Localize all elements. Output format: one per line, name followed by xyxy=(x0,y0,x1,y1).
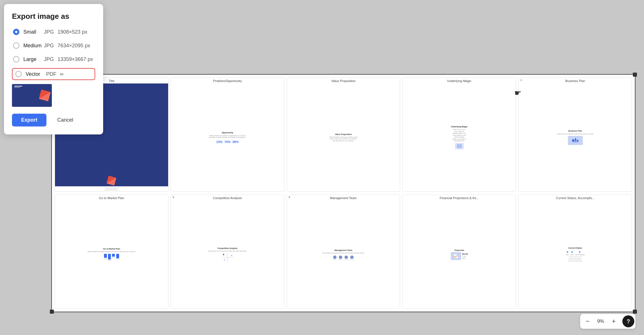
magic-title-text: Underlying Magic xyxy=(451,126,468,128)
option-name-large: Large xyxy=(23,56,44,62)
option-name-small: Small xyxy=(23,29,44,35)
slide-label-business: Business Plan xyxy=(519,78,632,83)
zoom-level-display: 9% xyxy=(594,318,608,324)
option-format-small: JPG xyxy=(44,29,58,35)
corner-bl xyxy=(50,310,54,314)
option-size-large: 13359×3667 px xyxy=(58,56,93,62)
slide-content-status: Current Status ★ Now ★ Next ★ xyxy=(519,201,632,309)
help-button[interactable]: ? xyxy=(622,315,634,327)
export-dialog: Export image as Small JPG 1908×523 px Me… xyxy=(4,4,103,134)
preview-shape xyxy=(39,89,51,101)
slide-number-1: 1 xyxy=(520,79,522,81)
slide-content-competitive: Competitive Analysis Describe how your b… xyxy=(171,201,284,309)
zoom-controls: − 9% + ? xyxy=(580,314,635,329)
slide-business[interactable]: 1 Business Plan Business Plan Explain ho… xyxy=(518,77,632,192)
cursor-icon: ☛ xyxy=(514,88,521,98)
slide-label-financial: Financial Projections & Ke... xyxy=(403,195,516,201)
option-size-vector: ∞ xyxy=(60,71,64,77)
svg-rect-3 xyxy=(577,140,578,142)
slide-label-management: Management Team xyxy=(287,195,400,201)
zoom-out-button[interactable]: − xyxy=(581,315,594,328)
export-option-vector[interactable]: Vector PDF ∞ xyxy=(12,68,95,80)
slide-management[interactable]: 3 Management Team Management Team One se… xyxy=(287,195,400,309)
slide-content-market: Go to Market Plan Show the high-level ta… xyxy=(55,201,168,309)
slides-row-1: Title Prob xyxy=(55,77,632,192)
radio-small[interactable] xyxy=(13,29,19,35)
market-title-text: Go to Market Plan xyxy=(103,248,120,250)
slide-number-3: 3 xyxy=(289,196,290,199)
slide-content-management: Management Team One sentence about the t… xyxy=(287,201,400,309)
radio-medium[interactable] xyxy=(13,42,19,49)
stat-1: 23% xyxy=(216,140,223,144)
slide-label-problem: Problem/Opportunity xyxy=(171,78,284,83)
problem-title-text: Opportunity xyxy=(222,132,233,134)
stat-3: 38% xyxy=(232,140,239,144)
option-format-medium: JPG xyxy=(44,43,58,49)
slides-container: Title Prob xyxy=(52,75,635,312)
export-actions: Export Cancel xyxy=(12,114,95,126)
export-option-large[interactable]: Large JPG 13359×3667 px xyxy=(12,54,95,64)
radio-large[interactable] xyxy=(13,56,19,62)
option-format-large: JPG xyxy=(44,56,58,62)
slide-label-competitive: Competitive Analysis xyxy=(171,195,284,201)
corner-tr xyxy=(633,73,637,77)
slide-financial[interactable]: Financial Projections & Ke... Financials… xyxy=(402,195,516,309)
canvas-area: Export image as Small JPG 1908×523 px Me… xyxy=(0,0,644,335)
radio-vector[interactable] xyxy=(15,71,22,77)
slide-content-financial: Financials 📈 $4.23 2.7% 10% xyxy=(403,201,516,309)
slide-status[interactable]: Current Status, Accomplis... Current Sta… xyxy=(518,195,632,309)
slide-content-magic: Underlying Magic Who are you, yourteam, … xyxy=(403,83,516,191)
slide-content-problem: Opportunity Briefly describe your proble… xyxy=(171,83,284,191)
status-title-text: Current Status xyxy=(568,247,582,249)
slide-label-market: Go to Market Plan xyxy=(55,195,168,201)
slide-label-magic: Underlying Magic xyxy=(403,78,516,83)
financial-title-text: Financials xyxy=(455,249,464,251)
zoom-in-button[interactable]: + xyxy=(608,315,620,328)
preview-thumbnail xyxy=(12,84,52,107)
slide-content-business: Business Plan Explain how you intend to … xyxy=(519,83,632,191)
stat-2: 74% xyxy=(224,140,231,144)
export-option-medium[interactable]: Medium JPG 7634×2095 px xyxy=(12,41,95,50)
option-name-vector: Vector xyxy=(26,71,46,77)
svg-rect-1 xyxy=(572,139,574,142)
slide-problem[interactable]: Problem/Opportunity Opportunity Briefly … xyxy=(171,77,284,192)
option-size-small: 1908×523 px xyxy=(58,29,87,35)
business-title-text: Business Plan xyxy=(568,130,582,132)
slide-market[interactable]: Go to Market Plan Go to Market Plan Show… xyxy=(55,195,168,309)
presentation-canvas: Title Prob xyxy=(51,74,635,312)
slide-number-2: 2 xyxy=(173,196,174,199)
slide-label-value: Value Proposition xyxy=(287,78,400,83)
option-name-medium: Medium xyxy=(23,43,44,49)
value-title-text: Value Proposition xyxy=(335,133,352,135)
export-button[interactable]: Export xyxy=(12,114,46,126)
dialog-title: Export image as xyxy=(12,12,95,21)
option-size-medium: 7634×2095 px xyxy=(58,43,90,49)
slide-label-status: Current Status, Accomplis... xyxy=(519,195,632,201)
competitive-title-text: Competitive Analysis xyxy=(217,247,238,249)
slide-competitive[interactable]: 2 Competitive Analysis Competitive Analy… xyxy=(171,195,284,309)
option-format-vector: PDF xyxy=(46,71,60,77)
cancel-button[interactable]: Cancel xyxy=(50,114,80,126)
svg-rect-2 xyxy=(575,138,576,142)
slides-row-2: Go to Market Plan Go to Market Plan Show… xyxy=(55,195,632,309)
slide-content-value: Value Proposition Brief description of t… xyxy=(287,83,400,191)
slide-magic[interactable]: Underlying Magic Underlying Magic Who ar… xyxy=(402,77,516,192)
title-shape xyxy=(107,176,116,185)
slide-value[interactable]: Value Proposition Value Proposition Brie… xyxy=(287,77,400,192)
corner-br xyxy=(633,310,637,314)
export-option-small[interactable]: Small JPG 1908×523 px xyxy=(12,27,95,37)
management-title-text: Management Team xyxy=(335,249,352,251)
